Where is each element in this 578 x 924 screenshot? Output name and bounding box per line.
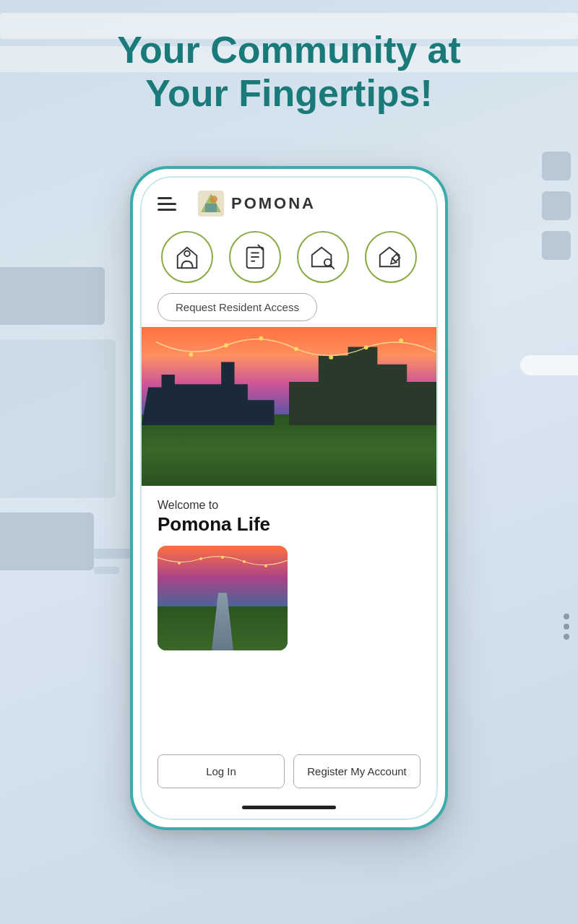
svg-point-9 [259,336,263,341]
hamburger-line-1 [158,197,172,199]
menu-button[interactable] [158,197,176,211]
nav-document[interactable] [229,231,281,283]
string-lights [156,334,436,378]
logo-text: POMONA [231,194,316,213]
svg-rect-5 [247,248,264,269]
phone-outer: POMONA [130,166,448,830]
nav-edit-home[interactable] [365,231,417,283]
register-button[interactable]: Register My Account [293,754,420,788]
dot-3 [564,634,569,640]
svg-point-17 [243,560,246,563]
svg-point-18 [264,565,267,567]
dot-2 [564,624,569,629]
thumbnail-section [142,546,436,661]
svg-point-3 [210,196,217,203]
welcome-to-label: Welcome to [158,499,420,512]
svg-point-7 [189,352,194,357]
dot-1 [564,614,569,619]
request-resident-access-button[interactable]: Request Resident Access [158,293,317,321]
hero-image [142,327,436,486]
bg-pill-right [520,355,578,375]
hamburger-line-3 [158,209,176,211]
svg-point-8 [224,344,228,348]
svg-point-15 [199,557,202,560]
nav-icons-bar [142,225,436,283]
edit-home-icon [377,243,405,271]
thumb-lights [158,552,288,577]
pagination-dots [564,614,569,640]
welcome-title: Pomona Life [158,513,420,536]
bg-rect-left-2 [0,339,116,498]
nav-person-home[interactable] [161,231,213,283]
home-indicator [142,796,436,819]
login-button[interactable]: Log In [158,754,285,788]
content-spacer [142,661,436,744]
nav-search-home[interactable] [297,231,349,283]
pomona-logo-icon [198,191,224,217]
headline-text: Your Community at Your Fingertips! [0,29,578,116]
phone-mockup: POMONA [130,166,448,830]
search-home-icon [309,243,337,271]
bg-rect-right-1 [542,152,571,180]
bg-rect-right-2 [542,191,571,220]
svg-point-12 [364,345,368,349]
bg-rect-left-3 [0,513,94,570]
svg-marker-2 [205,204,217,212]
phone-header: POMONA [142,178,436,225]
home-bar [242,806,336,809]
bg-rect-left-1 [0,267,105,325]
logo-area: POMONA [198,191,316,217]
svg-point-4 [184,250,190,256]
welcome-section: Welcome to Pomona Life [142,486,436,546]
headline-section: Your Community at Your Fingertips! [0,29,578,116]
hamburger-line-2 [158,203,176,205]
phone-inner: POMONA [140,176,438,820]
svg-point-13 [399,339,403,343]
bg-line-1 [94,549,130,559]
svg-point-16 [221,556,224,559]
bg-rect-right-3 [542,231,571,260]
document-icon [241,243,269,271]
svg-point-14 [178,562,181,565]
svg-point-10 [294,346,298,351]
svg-point-11 [329,355,333,359]
person-home-icon [173,243,201,271]
community-thumbnail [158,546,288,650]
bg-line-2 [94,567,119,574]
bottom-buttons: Log In Register My Account [142,744,436,796]
resident-access-bar: Request Resident Access [142,283,436,327]
